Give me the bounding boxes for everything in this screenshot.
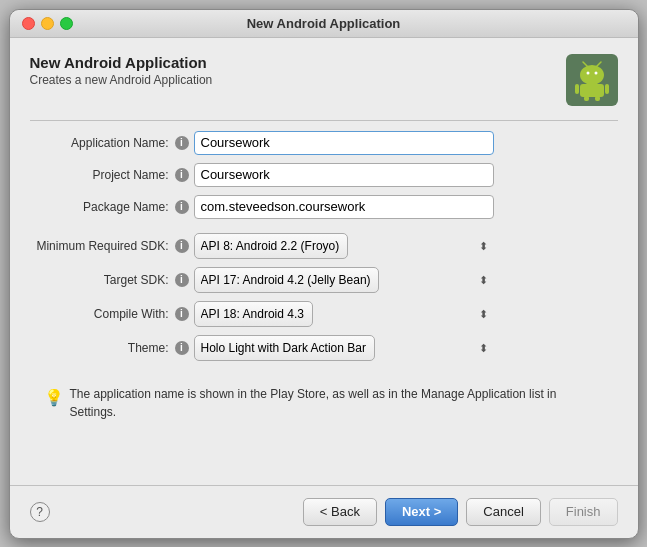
svg-rect-6: [575, 84, 579, 94]
main-window: New Android Application New Android Appl…: [9, 9, 639, 539]
svg-rect-9: [595, 96, 600, 101]
bulb-icon: 💡: [44, 386, 62, 404]
target-sdk-label: Target SDK:: [30, 273, 175, 287]
svg-rect-8: [584, 96, 589, 101]
target-sdk-info-icon[interactable]: i: [175, 273, 189, 287]
compile-select[interactable]: API 18: Android 4.3: [194, 301, 313, 327]
svg-point-1: [586, 71, 589, 74]
app-name-row: Application Name: i: [30, 131, 618, 155]
package-name-label: Package Name:: [30, 200, 175, 214]
theme-row: Theme: i Holo Light with Dark Action Bar: [30, 335, 618, 361]
next-button[interactable]: Next >: [385, 498, 458, 526]
android-icon: [570, 58, 614, 102]
info-message: The application name is shown in the Pla…: [70, 385, 604, 421]
package-name-row: Package Name: i: [30, 195, 618, 219]
close-button[interactable]: [22, 17, 35, 30]
compile-info-icon[interactable]: i: [175, 307, 189, 321]
compile-row: Compile With: i API 18: Android 4.3: [30, 301, 618, 327]
compile-label: Compile With:: [30, 307, 175, 321]
target-sdk-select-wrapper: API 17: Android 4.2 (Jelly Bean): [194, 267, 494, 293]
header-text: New Android Application Creates a new An…: [30, 54, 213, 87]
spacer: [30, 431, 618, 485]
svg-rect-7: [605, 84, 609, 94]
maximize-button[interactable]: [60, 17, 73, 30]
theme-info-icon[interactable]: i: [175, 341, 189, 355]
minimize-button[interactable]: [41, 17, 54, 30]
cancel-button[interactable]: Cancel: [466, 498, 540, 526]
title-bar: New Android Application: [10, 10, 638, 38]
button-row: ? < Back Next > Cancel Finish: [30, 498, 618, 526]
min-sdk-row: Minimum Required SDK: i API 8: Android 2…: [30, 233, 618, 259]
android-logo: [566, 54, 618, 106]
action-buttons: < Back Next > Cancel Finish: [303, 498, 618, 526]
bottom-divider: [10, 485, 638, 486]
app-name-info-icon[interactable]: i: [175, 136, 189, 150]
back-button[interactable]: < Back: [303, 498, 377, 526]
package-name-input[interactable]: [194, 195, 494, 219]
package-name-info-icon[interactable]: i: [175, 200, 189, 214]
theme-select-wrapper: Holo Light with Dark Action Bar: [194, 335, 494, 361]
page-header: New Android Application Creates a new An…: [30, 54, 618, 106]
page-subtitle: Creates a new Android Application: [30, 73, 213, 87]
content-area: New Android Application Creates a new An…: [10, 38, 638, 538]
name-fields: Application Name: i Project Name: i Pack…: [30, 131, 618, 219]
project-name-row: Project Name: i: [30, 163, 618, 187]
compile-select-wrapper: API 18: Android 4.3: [194, 301, 494, 327]
svg-line-3: [583, 62, 587, 66]
finish-button[interactable]: Finish: [549, 498, 618, 526]
svg-point-2: [594, 71, 597, 74]
app-name-label: Application Name:: [30, 136, 175, 150]
min-sdk-info-icon[interactable]: i: [175, 239, 189, 253]
min-sdk-select-wrapper: API 8: Android 2.2 (Froyo): [194, 233, 494, 259]
min-sdk-label: Minimum Required SDK:: [30, 239, 175, 253]
project-name-label: Project Name:: [30, 168, 175, 182]
theme-select[interactable]: Holo Light with Dark Action Bar: [194, 335, 375, 361]
help-button[interactable]: ?: [30, 502, 50, 522]
traffic-lights: [22, 17, 73, 30]
target-sdk-select[interactable]: API 17: Android 4.2 (Jelly Bean): [194, 267, 379, 293]
svg-rect-5: [580, 84, 604, 97]
info-section: 💡 The application name is shown in the P…: [30, 375, 618, 431]
project-name-info-icon[interactable]: i: [175, 168, 189, 182]
target-sdk-row: Target SDK: i API 17: Android 4.2 (Jelly…: [30, 267, 618, 293]
sdk-fields: Minimum Required SDK: i API 8: Android 2…: [30, 233, 618, 361]
header-divider: [30, 120, 618, 121]
svg-line-4: [597, 62, 601, 66]
min-sdk-select[interactable]: API 8: Android 2.2 (Froyo): [194, 233, 348, 259]
project-name-input[interactable]: [194, 163, 494, 187]
app-name-input[interactable]: [194, 131, 494, 155]
window-title: New Android Application: [247, 16, 401, 31]
theme-label: Theme:: [30, 341, 175, 355]
page-title: New Android Application: [30, 54, 213, 71]
svg-point-0: [580, 65, 604, 85]
